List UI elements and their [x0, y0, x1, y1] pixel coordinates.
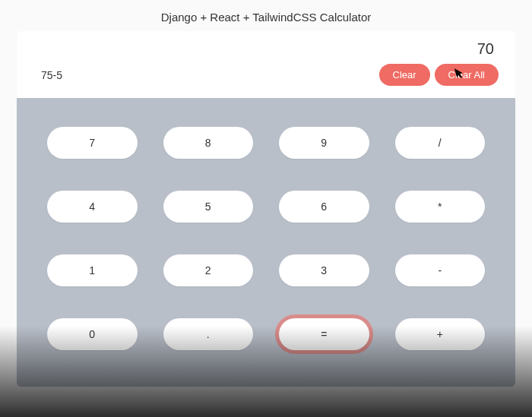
- key-5[interactable]: 5: [163, 191, 254, 223]
- calculator-container: 70 75-5 Clear Clear All 7 8 9 / 4 5 6 * …: [17, 31, 515, 387]
- key-9[interactable]: 9: [279, 127, 369, 159]
- clear-button[interactable]: Clear: [379, 64, 430, 86]
- action-buttons: Clear Clear All: [379, 64, 499, 86]
- key-3[interactable]: 3: [279, 254, 369, 286]
- page-title: Django + React + TailwindCSS Calculator: [0, 0, 532, 31]
- key-plus[interactable]: +: [395, 318, 486, 350]
- key-4[interactable]: 4: [47, 191, 138, 223]
- key-dot[interactable]: .: [163, 318, 254, 350]
- key-8[interactable]: 8: [163, 127, 254, 159]
- input-row: 75-5 Clear Clear All: [33, 64, 499, 86]
- display-panel: 70 75-5 Clear Clear All: [17, 31, 515, 98]
- key-2[interactable]: 2: [163, 254, 254, 286]
- expression-value: 75-5: [33, 69, 62, 81]
- clear-all-button[interactable]: Clear All: [435, 64, 499, 86]
- key-minus[interactable]: -: [395, 254, 486, 286]
- key-equals[interactable]: =: [279, 318, 369, 350]
- keypad: 7 8 9 / 4 5 6 * 1 2 3 - 0 . = +: [17, 98, 515, 387]
- key-0[interactable]: 0: [47, 318, 138, 350]
- key-6[interactable]: 6: [279, 191, 369, 223]
- key-multiply[interactable]: *: [395, 191, 486, 223]
- key-divide[interactable]: /: [395, 127, 486, 159]
- result-value: 70: [33, 40, 499, 58]
- key-1[interactable]: 1: [47, 254, 138, 286]
- key-7[interactable]: 7: [47, 127, 138, 159]
